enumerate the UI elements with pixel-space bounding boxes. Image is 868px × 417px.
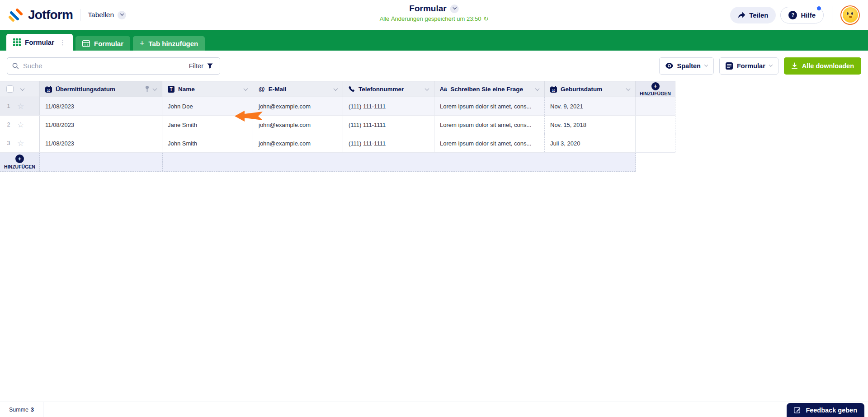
tab-formular-2[interactable]: Formular [75,36,130,51]
add-row-placeholder[interactable] [40,153,636,172]
page-title: Formular [409,4,446,14]
feedback-button[interactable]: Feedback geben [787,403,864,417]
cell-uebermittlungsdatum[interactable]: 11/08/2023 [40,116,162,134]
cell-email[interactable]: john@example.com [253,134,343,152]
sheet-tab-bar: Formular ⋮ Formular + Tab hinzufügen [0,30,868,51]
cell-name[interactable]: John Smith [162,134,253,152]
save-status: Alle Änderungen gespeichert um 23:50 ↻ [380,15,489,22]
row-gutter: 1 ☆ [0,97,40,115]
chevron-down-icon [118,11,126,19]
cell-geburtsdatum[interactable]: Juli 3, 2020 [545,134,636,152]
add-row-section: + HINZUFÜGEN [0,153,675,172]
phone-icon [349,86,355,92]
grid-icon [13,38,21,46]
tables-product-menu[interactable]: Tabellen [88,11,126,19]
column-label: Name [178,86,195,93]
form-view-icon [726,62,733,70]
cell-email[interactable]: john@example.com [253,116,343,134]
filter-label: Filter [189,62,203,70]
column-header-geburtsdatum[interactable]: 10 Geburtsdatum [545,81,636,97]
view-label: Formular [737,62,765,70]
divider [80,9,80,21]
column-label: E-Mail [269,86,287,93]
plus-icon: + [140,39,145,47]
add-column-label: HINZUFÜGEN [640,91,671,96]
search-icon [12,62,19,70]
cell-uebermittlungsdatum[interactable]: 11/08/2023 [40,134,162,152]
table-row: 2 ☆ 11/08/2023 Jane Smith john@example.c… [0,116,675,134]
plus-icon: + [651,82,660,90]
column-header-telefonnummer[interactable]: Telefonnummer [343,81,434,97]
download-icon [791,62,798,69]
cell-frage[interactable]: Lorem ipsum dolor sit amet, cons... [434,116,545,134]
cell-telefonnummer[interactable]: (111) 111-1111 [343,116,434,134]
tab-formular-active[interactable]: Formular ⋮ [6,34,73,51]
columns-button[interactable]: Spalten [659,57,714,75]
cell-frage[interactable]: Lorem ipsum dolor sit amet, cons... [434,97,545,115]
rows-menu-chevron-icon[interactable] [20,86,25,91]
cell-telefonnummer[interactable]: (111) 111-1111 [343,134,434,152]
eye-icon [665,63,673,69]
calendar-icon: 10 [45,85,52,93]
download-all-button[interactable]: Alle downloaden [784,57,861,75]
cell-email[interactable]: john@example.com [253,97,343,115]
product-label: Tabellen [88,11,114,19]
cell-uebermittlungsdatum[interactable]: 11/08/2023 [40,97,162,115]
cell-frage[interactable]: Lorem ipsum dolor sit amet, cons... [434,134,545,152]
filter-funnel-icon [207,63,213,69]
sum-value: 3 [31,407,34,413]
star-icon[interactable]: ☆ [17,140,24,147]
pin-icon [145,86,150,92]
columns-label: Spalten [677,62,701,70]
share-button[interactable]: Teilen [730,7,776,23]
avatar-emoji-face [843,7,858,23]
chevron-down-icon [535,86,540,91]
star-icon[interactable]: ☆ [17,103,24,110]
help-button[interactable]: ? Hilfe [780,7,824,23]
column-header-name[interactable]: T Name [162,81,253,97]
add-tab-button[interactable]: + Tab hinzufügen [133,36,205,51]
title-menu-chevron-icon[interactable] [450,5,459,13]
column-label: Übermittlungsdatum [56,86,115,93]
user-avatar[interactable] [840,5,860,25]
share-label: Teilen [749,11,768,19]
column-header-frage[interactable]: Aa Schreiben Sie eine Frage [434,81,545,97]
column-header-email[interactable]: @ E-Mail [253,81,343,97]
cell-telefonnummer[interactable]: (111) 111-1111 [343,97,434,115]
cell-empty [636,116,675,134]
refresh-icon: ↻ [483,15,488,22]
row-gutter: 2 ☆ [0,116,40,134]
textarea-icon: Aa [440,86,447,92]
orange-arrow-annotation [235,110,263,122]
notification-dot [817,6,821,10]
search-input[interactable] [23,62,177,70]
column-label: Schreiben Sie eine Frage [450,86,523,93]
top-header: Jotform Tabellen Formular Alle Änderunge… [0,0,868,30]
row-count: Summe 3 [0,402,43,417]
jotform-logo[interactable]: Jotform [8,7,73,23]
filter-button[interactable]: Filter [182,58,220,74]
table-header-row: 10 Übermittlungsdatum T Name @ E-Mail Te… [0,81,675,97]
search-box [7,58,182,74]
add-row-button[interactable]: + HINZUFÜGEN [0,153,40,172]
tab-label: Formular [94,40,123,47]
cell-empty [636,134,675,152]
plus-icon: + [15,155,24,163]
tab-menu-icon[interactable]: ⋮ [59,38,66,47]
table-row: 1 ☆ 11/08/2023 John Doe john@example.com… [0,97,675,116]
save-status-text: Alle Änderungen gespeichert um 23:50 [380,15,481,22]
cell-geburtsdatum[interactable]: Nov. 15, 2018 [545,116,636,134]
row-number: 3 [6,140,11,146]
feedback-pencil-icon [794,407,802,413]
star-icon[interactable]: ☆ [17,121,24,129]
cell-empty [636,97,675,115]
row-number: 2 [6,122,11,128]
share-arrow-icon [738,12,745,18]
view-button[interactable]: Formular [719,57,778,75]
column-header-uebermittlungsdatum[interactable]: 10 Übermittlungsdatum [40,81,162,97]
row-number: 1 [6,103,11,109]
add-column-button[interactable]: + HINZUFÜGEN [636,81,675,97]
cell-geburtsdatum[interactable]: Nov. 9, 2021 [545,97,636,115]
select-all-checkbox[interactable] [6,85,14,93]
chevron-down-icon [425,86,429,91]
